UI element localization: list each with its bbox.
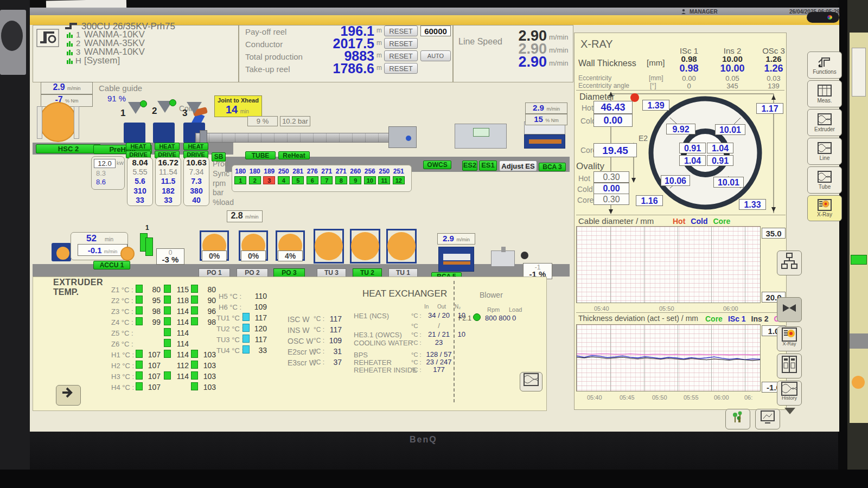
hsc2-button[interactable]: HSC 2 <box>36 144 101 153</box>
counter-unit: m <box>376 40 382 47</box>
network-button[interactable] <box>777 251 802 275</box>
xtick: 05:50 <box>652 394 667 401</box>
status-bar: MANAGER 26/04/2025 06:05:29 <box>30 8 839 15</box>
eccentricity-label: Eccentricity <box>578 75 611 82</box>
extruder-body <box>153 123 175 143</box>
capstan-percent: 0% <box>241 251 266 261</box>
counter-value: 1786.6 <box>304 61 374 76</box>
temp-value: 96 <box>201 307 216 316</box>
extruder-temp-title: EXTRUDER <box>53 278 103 287</box>
zone-label: H2 <box>111 362 120 370</box>
panel-button[interactable] <box>777 354 802 378</box>
zone-10[interactable]: 25610 <box>363 168 378 191</box>
zone-9[interactable]: 2609 <box>348 168 363 191</box>
reset-button[interactable]: RESET <box>384 63 418 74</box>
tab-tube[interactable]: Tube <box>807 166 842 194</box>
zone-label: Z2 <box>111 297 119 305</box>
hx-inout: 21 / 21 <box>423 331 455 338</box>
zone-7[interactable]: 2717 <box>320 168 334 191</box>
next-page-button[interactable] <box>56 385 81 406</box>
zone-label: H1 <box>111 351 120 359</box>
tab-label: Line <box>820 155 830 161</box>
zone-label: Z3 <box>111 307 119 316</box>
recipe-row[interactable] <box>66 56 74 66</box>
power-pill-button[interactable] <box>807 12 839 23</box>
extruder-temp-title2: TEMP. <box>53 287 79 297</box>
preheat-kw-setpoint[interactable]: 12.0 <box>94 159 116 168</box>
diameter-chart-legend: HotColdCore <box>667 216 730 226</box>
wall-act: 10.00 <box>715 63 750 74</box>
reset-button[interactable]: RESET <box>384 38 418 49</box>
zone-label: Z6 <box>111 340 119 348</box>
recipe-row[interactable] <box>66 48 74 57</box>
heat-button-3[interactable]: HEAT <box>183 143 208 150</box>
recipe-row[interactable] <box>66 30 74 40</box>
line-speed-unit: m/min <box>549 34 568 41</box>
accu1-button[interactable]: ACCU 1 <box>93 261 130 269</box>
unit: °C : <box>232 336 244 344</box>
history-button[interactable]: History <box>777 381 802 406</box>
cooling-square <box>242 335 250 343</box>
preheat-power-panel: 12.0 kW 8.3 8.6 <box>91 156 125 190</box>
zone-8[interactable]: 2718 <box>334 168 349 191</box>
temp-value: 115 <box>173 286 189 294</box>
torque: 15 <box>534 114 543 124</box>
temp-value: 90 <box>201 297 216 305</box>
zone-5[interactable]: 2815 <box>291 168 305 191</box>
temp-value: 95 <box>145 297 161 305</box>
ring-value: 10.01 <box>713 177 744 188</box>
zone-4[interactable]: 2504 <box>277 168 291 191</box>
dancer-bar <box>145 237 153 256</box>
heater-square <box>136 371 143 380</box>
water-value: 117 <box>326 326 342 334</box>
preset-length-field[interactable]: 60000 <box>420 25 451 36</box>
auto-button[interactable]: AUTO <box>420 50 451 61</box>
legend-item: ISc 1 <box>728 314 746 323</box>
owcs-button[interactable]: OWCS <box>423 160 451 169</box>
heat-button-2[interactable]: HEAT <box>155 143 180 150</box>
zone-label: H4 <box>111 383 120 391</box>
scroll-down-arrow[interactable] <box>784 408 795 414</box>
screen-switch-button[interactable] <box>755 409 780 429</box>
tab-meas[interactable]: Meas. <box>807 80 842 107</box>
zone-6[interactable]: 2766 <box>305 168 320 191</box>
bca3-button[interactable]: BCA 3 <box>539 163 566 171</box>
unit: °C : <box>229 292 241 300</box>
reset-button[interactable]: RESET <box>384 25 418 36</box>
reheat-button[interactable]: ReHeat <box>278 151 310 159</box>
recipe-row[interactable] <box>66 39 74 49</box>
unit: m/min <box>546 106 560 112</box>
heat-button-1[interactable]: HEAT <box>126 143 151 150</box>
tube-button[interactable]: TUBE <box>245 151 276 159</box>
ovality-hot-value: 0.30 <box>593 171 629 183</box>
zone-11[interactable]: 25011 <box>377 168 392 191</box>
diameter-ymax: 35.0 <box>762 228 786 239</box>
waves-icon <box>523 373 539 387</box>
plant-button[interactable] <box>725 409 750 429</box>
tab-extruder[interactable]: Extruder <box>807 109 842 136</box>
unit: °C : <box>122 329 133 337</box>
valve-button[interactable] <box>777 297 802 322</box>
es2-button[interactable]: ES2 <box>462 160 477 171</box>
unit: m/min <box>104 249 118 254</box>
xray-small-button[interactable]: X-Ray <box>777 326 802 351</box>
trend-popup-button[interactable] <box>520 372 542 391</box>
tab-xray[interactable]: X-Ray <box>807 195 842 221</box>
es1-button[interactable]: ES1 <box>479 160 497 171</box>
zone-3[interactable]: 1893 <box>262 168 277 191</box>
ring-value: 1.39 <box>642 100 669 111</box>
recipe-row-name[interactable]: [System] <box>84 56 120 66</box>
zone-2[interactable]: 1802 <box>248 168 263 191</box>
zone-1[interactable]: 1801 <box>233 168 248 191</box>
tab-line[interactable]: Line <box>807 138 842 165</box>
row-label: rpm <box>213 179 226 188</box>
zone-12[interactable]: 25112 <box>392 168 406 191</box>
chart-bars-icon <box>66 57 74 64</box>
xtick: 05:55 <box>684 394 699 401</box>
drive3-values: 10.63 7.34 7.3 380 40 <box>183 157 209 206</box>
payoff-speed: 2.9 <box>53 82 65 92</box>
adjust-es-button[interactable]: Adjust ES <box>499 160 537 171</box>
zone-label: Z5 <box>111 329 119 337</box>
reset-button[interactable]: RESET <box>384 50 418 61</box>
tab-functions[interactable]: Functions <box>807 52 842 79</box>
